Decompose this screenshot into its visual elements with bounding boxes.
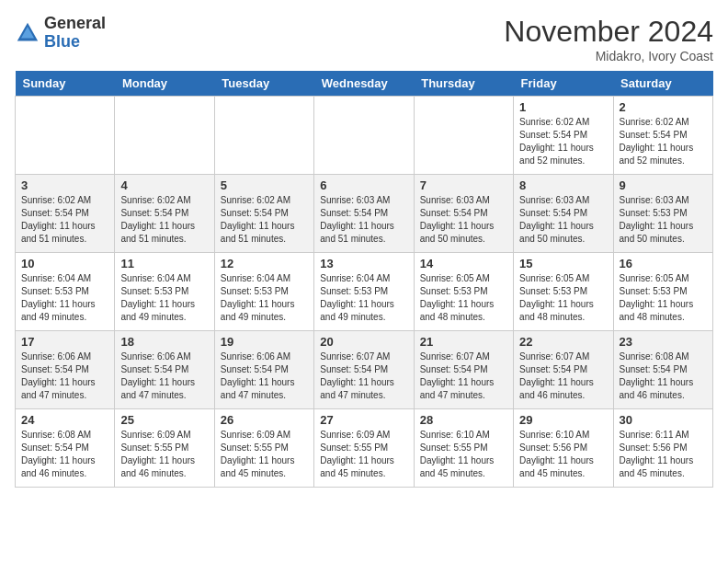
calendar-cell <box>414 97 513 175</box>
day-info: Sunrise: 6:09 AM Sunset: 5:55 PM Dayligh… <box>320 429 407 480</box>
day-number: 28 <box>420 413 507 427</box>
calendar-cell: 3Sunrise: 6:02 AM Sunset: 5:54 PM Daylig… <box>16 175 115 253</box>
day-info: Sunrise: 6:02 AM Sunset: 5:54 PM Dayligh… <box>221 194 308 246</box>
calendar-header-row: SundayMondayTuesdayWednesdayThursdayFrid… <box>16 71 713 97</box>
day-info: Sunrise: 6:10 AM Sunset: 5:55 PM Dayligh… <box>420 429 507 480</box>
calendar-cell: 10Sunrise: 6:04 AM Sunset: 5:53 PM Dayli… <box>16 253 115 331</box>
calendar-cell: 22Sunrise: 6:07 AM Sunset: 5:54 PM Dayli… <box>514 331 613 409</box>
calendar-cell: 1Sunrise: 6:02 AM Sunset: 5:54 PM Daylig… <box>514 97 613 175</box>
day-number: 26 <box>221 413 308 427</box>
calendar-week-3: 10Sunrise: 6:04 AM Sunset: 5:53 PM Dayli… <box>16 253 713 331</box>
calendar-cell: 25Sunrise: 6:09 AM Sunset: 5:55 PM Dayli… <box>115 409 214 488</box>
day-info: Sunrise: 6:07 AM Sunset: 5:54 PM Dayligh… <box>320 350 407 402</box>
calendar-cell: 27Sunrise: 6:09 AM Sunset: 5:55 PM Dayli… <box>314 409 414 488</box>
calendar-week-1: 1Sunrise: 6:02 AM Sunset: 5:54 PM Daylig… <box>16 97 713 175</box>
day-number: 30 <box>620 413 707 427</box>
day-number: 9 <box>620 178 707 192</box>
day-info: Sunrise: 6:07 AM Sunset: 5:54 PM Dayligh… <box>519 350 607 402</box>
day-info: Sunrise: 6:06 AM Sunset: 5:54 PM Dayligh… <box>21 350 108 402</box>
day-number: 29 <box>519 413 607 427</box>
calendar-table: SundayMondayTuesdayWednesdayThursdayFrid… <box>15 71 713 488</box>
day-info: Sunrise: 6:09 AM Sunset: 5:55 PM Dayligh… <box>221 429 308 480</box>
calendar-cell <box>214 97 313 175</box>
day-info: Sunrise: 6:06 AM Sunset: 5:54 PM Dayligh… <box>120 350 208 402</box>
day-info: Sunrise: 6:04 AM Sunset: 5:53 PM Dayligh… <box>221 272 308 324</box>
calendar-cell: 24Sunrise: 6:08 AM Sunset: 5:54 PM Dayli… <box>16 409 115 488</box>
weekday-header-friday: Friday <box>514 71 613 97</box>
calendar-cell: 7Sunrise: 6:03 AM Sunset: 5:54 PM Daylig… <box>414 175 513 253</box>
day-number: 25 <box>120 413 208 427</box>
day-number: 8 <box>519 178 607 192</box>
day-number: 24 <box>21 413 108 427</box>
day-number: 22 <box>519 335 607 349</box>
day-info: Sunrise: 6:03 AM Sunset: 5:54 PM Dayligh… <box>420 194 507 246</box>
day-info: Sunrise: 6:02 AM Sunset: 5:54 PM Dayligh… <box>120 194 208 246</box>
day-number: 2 <box>620 100 707 114</box>
day-number: 23 <box>620 335 707 349</box>
calendar-week-2: 3Sunrise: 6:02 AM Sunset: 5:54 PM Daylig… <box>16 175 713 253</box>
day-number: 20 <box>320 335 407 349</box>
day-info: Sunrise: 6:06 AM Sunset: 5:54 PM Dayligh… <box>221 350 308 402</box>
calendar-cell: 2Sunrise: 6:02 AM Sunset: 5:54 PM Daylig… <box>613 97 712 175</box>
page-header: General Blue November 2024 Midakro, Ivor… <box>15 15 713 63</box>
day-info: Sunrise: 6:11 AM Sunset: 5:56 PM Dayligh… <box>620 429 707 480</box>
calendar-cell: 21Sunrise: 6:07 AM Sunset: 5:54 PM Dayli… <box>414 331 513 409</box>
day-number: 3 <box>21 178 108 192</box>
calendar-cell: 19Sunrise: 6:06 AM Sunset: 5:54 PM Dayli… <box>214 331 313 409</box>
weekday-header-tuesday: Tuesday <box>214 71 313 97</box>
calendar-week-4: 17Sunrise: 6:06 AM Sunset: 5:54 PM Dayli… <box>16 331 713 409</box>
calendar-cell: 11Sunrise: 6:04 AM Sunset: 5:53 PM Dayli… <box>115 253 214 331</box>
weekday-header-monday: Monday <box>115 71 214 97</box>
day-info: Sunrise: 6:03 AM Sunset: 5:54 PM Dayligh… <box>320 194 407 246</box>
calendar-week-5: 24Sunrise: 6:08 AM Sunset: 5:54 PM Dayli… <box>16 409 713 488</box>
day-info: Sunrise: 6:03 AM Sunset: 5:54 PM Dayligh… <box>519 194 607 246</box>
calendar-cell: 17Sunrise: 6:06 AM Sunset: 5:54 PM Dayli… <box>16 331 115 409</box>
calendar-cell: 14Sunrise: 6:05 AM Sunset: 5:53 PM Dayli… <box>414 253 513 331</box>
day-info: Sunrise: 6:04 AM Sunset: 5:53 PM Dayligh… <box>21 272 108 324</box>
calendar-cell: 8Sunrise: 6:03 AM Sunset: 5:54 PM Daylig… <box>514 175 613 253</box>
day-number: 16 <box>620 257 707 270</box>
day-number: 27 <box>320 413 407 427</box>
day-info: Sunrise: 6:02 AM Sunset: 5:54 PM Dayligh… <box>21 194 108 246</box>
day-info: Sunrise: 6:05 AM Sunset: 5:53 PM Dayligh… <box>620 272 707 324</box>
calendar-cell: 9Sunrise: 6:03 AM Sunset: 5:53 PM Daylig… <box>613 175 712 253</box>
calendar-cell: 13Sunrise: 6:04 AM Sunset: 5:53 PM Dayli… <box>314 253 414 331</box>
calendar-cell: 26Sunrise: 6:09 AM Sunset: 5:55 PM Dayli… <box>214 409 313 488</box>
calendar-cell: 15Sunrise: 6:05 AM Sunset: 5:53 PM Dayli… <box>514 253 613 331</box>
day-info: Sunrise: 6:02 AM Sunset: 5:54 PM Dayligh… <box>519 116 607 167</box>
calendar-cell: 18Sunrise: 6:06 AM Sunset: 5:54 PM Dayli… <box>115 331 214 409</box>
day-info: Sunrise: 6:09 AM Sunset: 5:55 PM Dayligh… <box>120 429 208 480</box>
day-number: 21 <box>420 335 507 349</box>
day-info: Sunrise: 6:05 AM Sunset: 5:53 PM Dayligh… <box>420 272 507 324</box>
calendar-cell: 16Sunrise: 6:05 AM Sunset: 5:53 PM Dayli… <box>613 253 712 331</box>
calendar-cell: 5Sunrise: 6:02 AM Sunset: 5:54 PM Daylig… <box>214 175 313 253</box>
calendar-cell: 6Sunrise: 6:03 AM Sunset: 5:54 PM Daylig… <box>314 175 414 253</box>
day-number: 13 <box>320 257 407 270</box>
weekday-header-thursday: Thursday <box>414 71 513 97</box>
day-number: 15 <box>519 257 607 270</box>
calendar-cell: 4Sunrise: 6:02 AM Sunset: 5:54 PM Daylig… <box>115 175 214 253</box>
day-info: Sunrise: 6:08 AM Sunset: 5:54 PM Dayligh… <box>620 350 707 402</box>
calendar-cell: 23Sunrise: 6:08 AM Sunset: 5:54 PM Dayli… <box>613 331 712 409</box>
calendar-cell <box>16 97 115 175</box>
day-number: 18 <box>120 335 208 349</box>
day-number: 7 <box>420 178 507 192</box>
calendar-cell: 28Sunrise: 6:10 AM Sunset: 5:55 PM Dayli… <box>414 409 513 488</box>
logo: General Blue <box>15 15 106 52</box>
title-block: November 2024 Midakro, Ivory Coast <box>504 15 713 63</box>
day-number: 5 <box>221 178 308 192</box>
day-number: 19 <box>221 335 308 349</box>
calendar-cell <box>115 97 214 175</box>
day-info: Sunrise: 6:04 AM Sunset: 5:53 PM Dayligh… <box>320 272 407 324</box>
location-subtitle: Midakro, Ivory Coast <box>504 49 713 63</box>
day-number: 17 <box>21 335 108 349</box>
weekday-header-wednesday: Wednesday <box>314 71 414 97</box>
day-info: Sunrise: 6:10 AM Sunset: 5:56 PM Dayligh… <box>519 429 607 480</box>
calendar-cell: 29Sunrise: 6:10 AM Sunset: 5:56 PM Dayli… <box>514 409 613 488</box>
day-number: 4 <box>120 178 208 192</box>
calendar-cell <box>314 97 414 175</box>
day-info: Sunrise: 6:02 AM Sunset: 5:54 PM Dayligh… <box>620 116 707 167</box>
calendar-cell: 12Sunrise: 6:04 AM Sunset: 5:53 PM Dayli… <box>214 253 313 331</box>
weekday-header-sunday: Sunday <box>16 71 115 97</box>
weekday-header-saturday: Saturday <box>613 71 712 97</box>
